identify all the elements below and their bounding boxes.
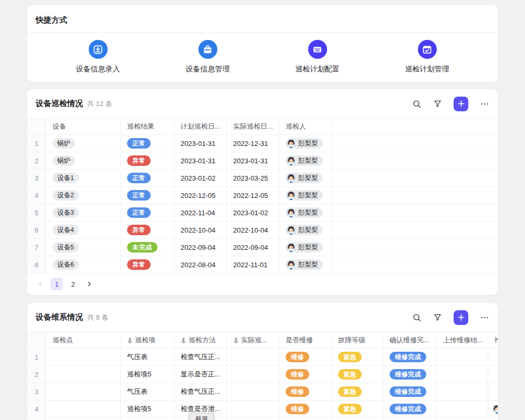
row-number: 3 [27, 383, 46, 400]
avatar [287, 174, 296, 183]
col-header[interactable]: 巡检点 [46, 332, 121, 348]
maintenance-title: 设备维系情况 [36, 312, 83, 322]
cell-inspector: 彭梨梨 [279, 256, 332, 273]
cell-result: 正常 [121, 204, 174, 221]
table-row[interactable]: 8设备6异常2022-08-042022-11-01彭梨梨 [27, 256, 498, 274]
table-row[interactable]: 1锅炉正常2023-01-312022-12-31彭梨梨 [27, 135, 498, 152]
cell-planned-date: 2022-11-04 [174, 204, 227, 221]
col-header[interactable]: 维 [488, 332, 498, 348]
level-pill: 紧急 [338, 369, 362, 380]
shortcut-row: 设备信息录入设备信息管理巡检计划配置巡检计划管理 [27, 33, 498, 74]
cell-inspector: 彭梨梨 [279, 222, 332, 238]
cell-device: 设备4 [46, 222, 121, 238]
result-pill: 异常 [127, 225, 151, 235]
maintenance-title-bar: 设备维系情况 共 9 条 [27, 303, 498, 332]
row-number-header [27, 332, 46, 348]
cell-inspect-item: 气压表 [121, 349, 174, 365]
col-header[interactable]: 上传维修结... [437, 332, 488, 348]
table-row[interactable]: 4巡检项5检查是否泄...维修紧急维修完成 [27, 401, 498, 418]
cell-fault-level: 紧急 [332, 383, 383, 400]
col-header[interactable]: 巡检项 [121, 332, 174, 348]
row-number: 2 [27, 366, 46, 383]
inspection-actions [412, 97, 489, 111]
cell-inspect-item: 巡检项5 [121, 366, 174, 383]
inbox-download-icon [89, 40, 108, 59]
table-row[interactable]: 4设备2正常2022-12-052022-12-05彭梨梨 [27, 187, 498, 204]
add-record-button[interactable] [454, 310, 468, 325]
result-pill: 正常 [127, 138, 151, 149]
maintenance-actions [412, 310, 489, 325]
search-icon[interactable] [412, 99, 422, 109]
cell-device: 设备3 [46, 204, 121, 221]
cell-inspect-point [46, 349, 121, 365]
cell-device: 设备1 [46, 170, 121, 186]
dashboard-page: 快捷方式 设备信息录入设备信息管理巡检计划配置巡检计划管理 设备巡检情况 共 1… [27, 5, 498, 420]
shortcut-item-3[interactable]: 巡检计划配置 [276, 40, 360, 74]
level-pill: 紧急 [338, 386, 362, 397]
repair-pill: 维修 [286, 352, 309, 362]
col-header[interactable]: 实际巡... [227, 332, 279, 348]
cell-repair: 维修 [279, 383, 332, 400]
more-icon[interactable] [480, 99, 489, 109]
person-tag: 彭梨梨 [286, 138, 323, 149]
col-header[interactable]: 实际巡检日... [227, 119, 279, 134]
cell-inspect-point [46, 383, 121, 400]
col-header[interactable]: 设备 [46, 119, 121, 134]
shortcut-item-1[interactable]: 设备信息录入 [56, 40, 140, 74]
cell-planned-date: 2022-09-04 [174, 239, 227, 256]
col-header[interactable]: 巡检人 [279, 119, 332, 134]
cell-repair: 维修 [279, 418, 332, 420]
col-header[interactable]: 计划巡检日... [174, 119, 227, 134]
next-page-button[interactable] [83, 278, 96, 290]
row-number: 5 [27, 418, 46, 420]
person-name: 彭梨梨 [298, 208, 318, 217]
shortcut-item-2[interactable]: 设备信息管理 [166, 40, 250, 74]
avatar [492, 405, 498, 414]
avatar [287, 243, 296, 252]
table-row[interactable]: 2锅炉异常2023-01-312023-01-31彭梨梨 [27, 152, 498, 170]
cell-inspector: 彭梨梨 [279, 152, 332, 169]
more-icon[interactable] [480, 313, 489, 322]
table-row[interactable]: 1气压表检查气压正...维修紧急维修完成 [27, 349, 498, 366]
cell-filler [332, 256, 498, 273]
table-row[interactable]: 3气压表检查气压正...维修紧急维修完成 [27, 383, 498, 401]
level-pill: 紧急 [338, 404, 362, 414]
table-row[interactable]: 7设备5未完成2022-09-042022-09-04彭梨梨 [27, 239, 498, 256]
row-number: 6 [27, 222, 46, 238]
filter-icon[interactable] [433, 99, 442, 108]
maintenance-card: 设备维系情况 共 9 条 巡检点巡检项巡检方法实际巡...是否维修故障等级确认维… [27, 303, 498, 420]
prev-page-button[interactable] [34, 278, 47, 290]
col-header[interactable]: 巡检方法 [174, 332, 227, 348]
cell-actual-date: 2022-12-05 [227, 187, 279, 204]
cell-inspector: 彭梨梨 [279, 204, 332, 221]
page-button-2[interactable]: 2 [67, 278, 79, 290]
cell-device: 锅炉 [46, 152, 121, 169]
cell-fault-level: 紧急 [332, 349, 383, 365]
cell-filler [332, 152, 498, 169]
repair-pill: 维修 [286, 369, 309, 380]
cell-repairer [488, 349, 498, 365]
person-name: 彭梨梨 [298, 156, 318, 165]
cell-repair: 维修 [279, 366, 332, 383]
table-row[interactable]: 6设备4异常2022-10-042022-10-04彭梨梨 [27, 222, 498, 239]
col-header[interactable]: 故障等级 [332, 332, 383, 348]
cell-actual-date: 2023-01-31 [227, 152, 279, 169]
col-header[interactable]: 巡检结果 [121, 119, 174, 134]
cell-repairer [488, 401, 498, 417]
device-tag: 设备3 [52, 207, 79, 218]
table-row[interactable]: 2巡检项5显示是否正...维修紧急维修完成 [27, 366, 498, 383]
filter-icon[interactable] [433, 313, 442, 322]
col-header[interactable]: 确认维修完... [383, 332, 437, 348]
add-record-button[interactable] [454, 97, 468, 111]
col-header[interactable]: 是否维修 [279, 332, 332, 348]
cell-inspect-point [46, 366, 121, 383]
page-button-1[interactable]: 1 [50, 278, 63, 290]
search-icon[interactable] [412, 313, 422, 322]
avatar [287, 156, 296, 165]
table-row[interactable]: 3设备1正常2023-01-022023-03-25彭梨梨 [27, 170, 498, 187]
shortcut-item-4[interactable]: 巡检计划管理 [385, 40, 469, 74]
cell-actual-result [227, 418, 279, 420]
table-row[interactable]: 5巡检项5显示是否正...维修重要维修中 [27, 418, 498, 420]
row-number: 3 [27, 170, 46, 186]
table-row[interactable]: 5设备3正常2022-11-042023-01-02彭梨梨 [27, 204, 498, 222]
